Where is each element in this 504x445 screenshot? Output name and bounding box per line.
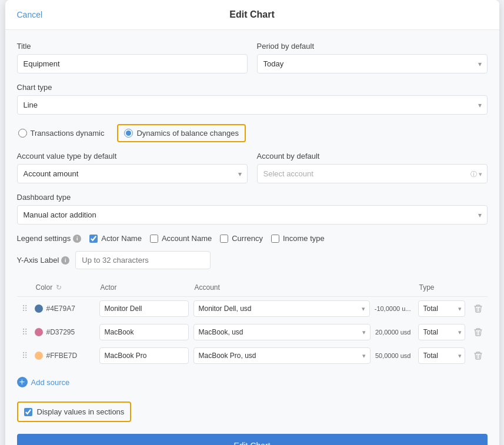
legend-actor-name-input[interactable] <box>89 235 98 243</box>
period-label: Period by default <box>257 42 488 51</box>
legend-account-name-label: Account Name <box>162 234 212 243</box>
edit-chart-button[interactable]: Edit Chart <box>17 434 488 445</box>
type-cell: TotalIncomeExpense <box>416 297 469 321</box>
radio-transactions-input[interactable] <box>18 129 27 138</box>
table-row: ⠿ #D37295 MacBook, usd 20,0000 usd <box>17 320 488 344</box>
type-select-0[interactable]: TotalIncomeExpense <box>418 300 465 317</box>
drag-handle[interactable]: ⠿ <box>17 320 32 344</box>
col-color-header: Color ↻ <box>32 279 97 297</box>
dashboard-type-select[interactable]: Manual actor addition Automatic <box>17 205 488 225</box>
account-value-type-wrapper: Account amount Income Expense <box>17 164 248 183</box>
delete-cell <box>469 320 488 344</box>
radio-transactions-label: Transactions dynamic <box>31 129 105 138</box>
radio-group: Transactions dynamic Dynamics of balance… <box>17 124 488 142</box>
table-row: ⠿ #4E79A7 Monitor Dell, usd -10,0000 u..… <box>17 297 488 321</box>
delete-cell <box>469 297 488 321</box>
radio-balance[interactable]: Dynamics of balance changes <box>117 124 245 142</box>
modal-title: Edit Chart <box>229 9 274 20</box>
color-refresh-icon[interactable]: ↻ <box>56 283 62 292</box>
type-select-2[interactable]: TotalIncomeExpense <box>418 347 465 364</box>
type-select-1[interactable]: TotalIncomeExpense <box>418 324 465 340</box>
legend-section: Legend settings i Actor Name Account Nam… <box>17 234 488 243</box>
radio-transactions[interactable]: Transactions dynamic <box>17 125 106 141</box>
delete-row-button-1[interactable] <box>471 326 485 338</box>
type-select-wrapper: TotalIncomeExpense <box>418 324 465 340</box>
account-by-default-group: Account by default Select account <box>257 152 488 183</box>
amount-badge-1: 20,0000 usd <box>373 329 413 336</box>
legend-income-type-checkbox[interactable]: Income type <box>271 234 325 243</box>
yaxis-section: Y-Axis Label i <box>17 251 488 269</box>
color-swatch-circle[interactable] <box>35 305 43 313</box>
drag-handle[interactable]: ⠿ <box>17 344 32 367</box>
account-select-wrapper: MacBook Pro, usd <box>193 347 371 364</box>
legend-currency-label: Currency <box>232 234 263 243</box>
account-value-type-select[interactable]: Account amount Income Expense <box>17 164 248 183</box>
modal-body: Title Period by default Today This week … <box>5 30 499 445</box>
legend-currency-checkbox[interactable]: Currency <box>220 234 263 243</box>
legend-account-name-input[interactable] <box>150 235 158 243</box>
color-cell: #FFBE7D <box>32 344 97 367</box>
legend-account-name-checkbox[interactable]: Account Name <box>150 234 212 243</box>
period-group: Period by default Today This week This m… <box>257 42 488 73</box>
actor-cell <box>97 297 191 321</box>
legend-settings-label: Legend settings <box>17 234 71 243</box>
col-account-header: Account <box>191 279 416 297</box>
modal-header: Cancel Edit Chart <box>5 0 499 30</box>
delete-row-button-0[interactable] <box>471 303 485 314</box>
legend-currency-input[interactable] <box>220 235 228 243</box>
account-value-type-label: Account value type by default <box>17 152 248 160</box>
yaxis-label-text: Y-Axis Label <box>17 256 59 265</box>
account-select-2[interactable]: MacBook Pro, usd <box>193 347 371 364</box>
account-select-1[interactable]: MacBook, usd <box>193 324 371 340</box>
type-select-wrapper: TotalIncomeExpense <box>418 347 465 364</box>
account-cell: MacBook Pro, usd 50,0000 usd <box>191 344 416 367</box>
color-hex-text: #4E79A7 <box>46 305 75 313</box>
account-value-type-group: Account value type by default Account am… <box>17 152 248 183</box>
cancel-button[interactable]: Cancel <box>17 10 43 19</box>
color-hex-text: #D37295 <box>46 328 75 336</box>
add-source-button[interactable]: + Add source <box>17 373 70 391</box>
account-cell: MacBook, usd 20,0000 usd <box>191 320 416 344</box>
display-values-checkbox[interactable] <box>24 408 32 416</box>
delete-row-button-2[interactable] <box>471 350 485 362</box>
legend-income-type-input[interactable] <box>271 235 279 243</box>
type-cell: TotalIncomeExpense <box>416 344 469 367</box>
color-swatch-circle[interactable] <box>35 328 43 336</box>
col-action-header <box>469 279 488 297</box>
account-select-0[interactable]: Monitor Dell, usd <box>193 300 370 317</box>
period-select[interactable]: Today This week This month This year <box>257 54 488 73</box>
col-type-header: Type <box>416 279 469 297</box>
drag-handle[interactable]: ⠿ <box>17 297 32 321</box>
account-select-wrapper: Monitor Dell, usd <box>193 300 370 317</box>
account-select-wrapper: MacBook, usd <box>193 324 371 340</box>
color-cell: #4E79A7 <box>32 297 97 321</box>
legend-income-type-label: Income type <box>283 234 325 243</box>
radio-balance-label: Dynamics of balance changes <box>136 129 238 138</box>
color-swatch-circle[interactable] <box>35 352 43 360</box>
chart-type-select[interactable]: Line Bar Area <box>17 95 488 115</box>
actor-input-2[interactable] <box>99 347 189 364</box>
title-input[interactable] <box>17 54 248 73</box>
delete-cell <box>469 344 488 367</box>
actor-cell <box>97 320 191 344</box>
type-cell: TotalIncomeExpense <box>416 320 469 344</box>
sources-table: Color ↻ Actor Account Type ⠿ #4E79A7 <box>17 279 488 367</box>
actor-input-1[interactable] <box>99 324 189 340</box>
actor-cell <box>97 344 191 367</box>
color-cell: #D37295 <box>32 320 97 344</box>
dashboard-type-group: Dashboard type Manual actor addition Aut… <box>17 193 488 225</box>
account-row: Account value type by default Account am… <box>17 152 488 183</box>
dashboard-type-wrapper: Manual actor addition Automatic <box>17 205 488 225</box>
display-values-section[interactable]: Display values in sections <box>17 401 132 422</box>
color-hex-text: #FFBE7D <box>46 352 78 360</box>
legend-info-icon[interactable]: i <box>73 235 81 243</box>
account-by-default-select[interactable]: Select account <box>257 164 488 183</box>
dashboard-type-label: Dashboard type <box>17 193 488 202</box>
legend-actor-name-checkbox[interactable]: Actor Name <box>89 234 142 243</box>
yaxis-input[interactable] <box>75 251 211 269</box>
type-select-wrapper: TotalIncomeExpense <box>418 300 465 317</box>
radio-balance-input[interactable] <box>124 129 133 138</box>
display-values-label: Display values in sections <box>37 407 125 416</box>
actor-input-0[interactable] <box>99 300 189 317</box>
yaxis-info-icon[interactable]: i <box>61 256 69 265</box>
